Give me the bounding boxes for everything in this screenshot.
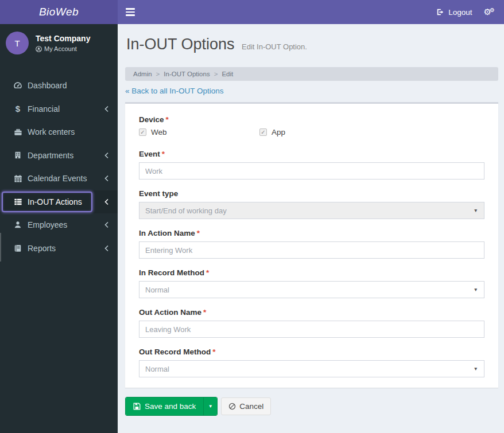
sidebar-item-label: Employees [28, 220, 104, 229]
page-title: In-OUT Options [126, 36, 235, 53]
save-split-button: Save and back ▼ [125, 397, 218, 416]
sidebar-item-label: Calendar Events [28, 174, 104, 183]
briefcase-icon [9, 128, 26, 136]
building-icon [9, 151, 26, 159]
select-arrow-icon: ▼ [474, 208, 478, 213]
list-icon [9, 198, 26, 206]
company-name: Test Company [36, 34, 90, 43]
book-icon [9, 244, 26, 252]
checkbox-app-label: App [272, 128, 285, 136]
main-content: In-OUT Options Edit In-OUT Option. Admin… [118, 24, 504, 433]
breadcrumb: Admin > In-OUT Options > Edit [125, 67, 498, 81]
in-record-method-label: In Record Method* [139, 268, 484, 277]
navbar: Logout ⚙⚙ [118, 0, 504, 24]
out-record-method-select[interactable]: Normal ▼ [139, 360, 484, 377]
chevron-left-icon [104, 245, 109, 252]
form-actions: Save and back ▼ Cancel [118, 388, 504, 416]
sidebar-item-departments[interactable]: Departments [0, 144, 118, 167]
select-arrow-icon: ▼ [474, 366, 478, 372]
sidebar-item-calendar-events[interactable]: Calendar Events [0, 167, 118, 190]
sidebar-item-label: Financial [28, 104, 104, 114]
sidebar-item-dashboard[interactable]: Dashboard [0, 74, 118, 97]
brand-logo[interactable]: BioWeb [0, 0, 118, 24]
settings-button[interactable]: ⚙⚙ [480, 0, 504, 24]
caret-down-icon: ▼ [208, 404, 213, 409]
dashboard-gauge-icon [9, 81, 26, 90]
checkbox-web-label: Web [151, 128, 167, 136]
logout-button[interactable]: Logout [428, 0, 480, 24]
sidebar-item-label: Departments [28, 151, 104, 160]
cancel-button[interactable]: Cancel [221, 397, 271, 415]
sidebar-scroll-hint [0, 233, 1, 262]
sidebar: T Test Company My Account Dashboard $ [0, 24, 118, 433]
breadcrumb-in-out-options[interactable]: In-OUT Options [164, 71, 210, 77]
calendar-icon [9, 174, 26, 183]
sidebar-menu: Dashboard $ Financial Work centers Depar… [0, 74, 118, 260]
out-action-name-label: Out Action Name* [139, 308, 484, 317]
in-record-method-value: Normal [145, 286, 169, 294]
back-to-list-link[interactable]: « Back to all In-OUT Options [125, 87, 498, 95]
logout-label: Logout [448, 8, 472, 17]
sidebar-item-financial[interactable]: $ Financial [0, 97, 118, 121]
select-arrow-icon: ▼ [474, 287, 478, 292]
logout-icon [436, 8, 444, 16]
out-record-method-label: Out Record Method* [139, 348, 484, 356]
event-type-value: Start/End of working day [145, 206, 227, 215]
save-dropdown-toggle[interactable]: ▼ [203, 397, 217, 415]
checkbox-app-box[interactable]: ✓ [259, 128, 267, 136]
ban-icon [228, 403, 236, 410]
in-action-name-label: In Action Name* [139, 229, 484, 237]
user-circle-icon [36, 46, 42, 52]
out-action-name-input[interactable] [139, 321, 484, 338]
event-type-select: Start/End of working day ▼ [139, 202, 484, 219]
device-options: ✓ Web ✓ App [139, 128, 484, 136]
floppy-disk-icon [133, 403, 141, 410]
user-icon [9, 221, 26, 229]
sidebar-item-employees[interactable]: Employees [0, 213, 118, 237]
my-account-link[interactable]: My Account [36, 45, 90, 52]
save-and-back-label: Save and back [145, 402, 196, 411]
gears-icon-small: ⚙ [490, 7, 495, 13]
avatar: T [6, 32, 29, 54]
in-record-method-select[interactable]: Normal ▼ [139, 281, 484, 298]
sidebar-item-label: Dashboard [28, 81, 118, 90]
sidebar-item-work-centers[interactable]: Work centers [0, 120, 118, 144]
sidebar-item-label: Work centers [28, 127, 118, 136]
chevron-left-icon [104, 152, 109, 159]
breadcrumb-edit: Edit [222, 71, 233, 77]
chevron-left-icon [104, 221, 109, 228]
user-panel: T Test Company My Account [0, 24, 118, 61]
page-subtitle: Edit In-OUT Option. [242, 42, 307, 51]
top-header: BioWeb Logout ⚙⚙ [0, 0, 504, 24]
edit-form-panel: Device* ✓ Web ✓ App Event* Event type [125, 102, 498, 388]
event-label: Event* [139, 150, 484, 158]
chevron-left-icon [104, 198, 109, 205]
device-label: Device* [139, 115, 484, 124]
sidebar-item-in-out-actions[interactable]: In-OUT Actions [0, 190, 118, 214]
cancel-label: Cancel [239, 402, 263, 411]
breadcrumb-admin[interactable]: Admin [133, 71, 152, 77]
sidebar-toggle-button[interactable] [118, 0, 143, 24]
chevron-left-icon [104, 175, 109, 182]
dollar-icon: $ [9, 104, 26, 114]
my-account-label: My Account [44, 45, 77, 52]
chevron-left-icon [104, 106, 109, 112]
sidebar-item-label: In-OUT Actions [28, 197, 104, 206]
checkbox-web-box[interactable]: ✓ [139, 128, 146, 136]
sidebar-item-label: Reports [28, 244, 104, 253]
out-record-method-value: Normal [145, 365, 169, 373]
sidebar-item-reports[interactable]: Reports [0, 237, 118, 260]
in-action-name-input[interactable] [139, 241, 484, 259]
event-input[interactable] [139, 162, 484, 180]
save-and-back-button[interactable]: Save and back [126, 397, 203, 415]
checkbox-app[interactable]: ✓ App [259, 128, 380, 136]
hamburger-icon [126, 8, 135, 10]
checkbox-web[interactable]: ✓ Web [139, 128, 259, 136]
event-type-label: Event type [139, 189, 484, 198]
